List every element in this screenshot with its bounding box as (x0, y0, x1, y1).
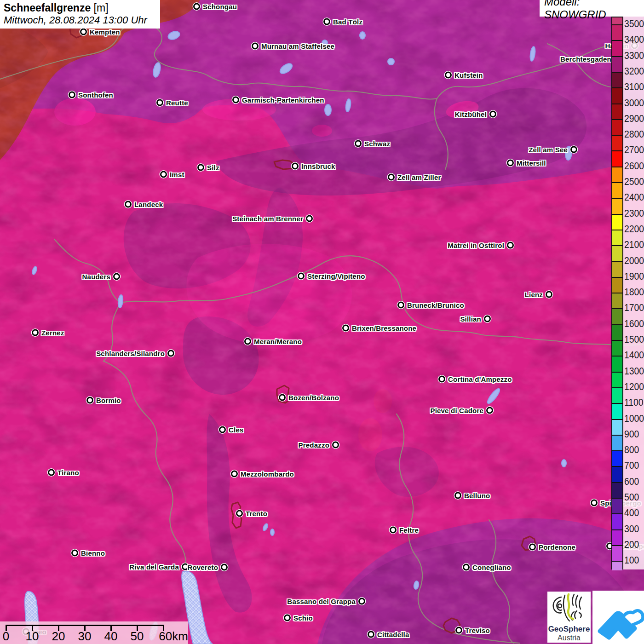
page-title: Schneefallgrenze [m] (4, 2, 156, 14)
colorbar-tick (612, 561, 622, 562)
colorbar-label: 1200 (624, 381, 644, 393)
colorbar-segment (612, 246, 622, 261)
colorbar-tick (612, 466, 622, 467)
scale-bar-label: 20 (52, 629, 65, 644)
terrain-shading-light (0, 0, 644, 644)
snowgrid-logo-box (592, 591, 644, 644)
colorbar-tick (612, 214, 622, 215)
colorbar-tick (612, 135, 622, 136)
colorbar-segment (612, 451, 622, 466)
colorbar-segment (612, 262, 622, 277)
colorbar-segment (612, 340, 622, 356)
colorbar-label: 1700 (624, 302, 644, 314)
colorbar-label: 300 (624, 523, 639, 535)
geosphere-logo-box: GeoSphere Austria (547, 592, 591, 643)
colorbar-tick (612, 529, 622, 530)
scale-bar-label: 60km (159, 629, 188, 644)
colorbar-segment (612, 309, 622, 324)
colorbar-segment (612, 403, 622, 419)
colorbar-tick (612, 230, 622, 230)
colorbar-label: 1300 (624, 365, 644, 377)
colorbar-label: 1900 (624, 270, 644, 282)
colorbar-label: 900 (624, 428, 639, 440)
valid-datetime: Mittwoch, 28.08.2024 13:00 Uhr (4, 14, 156, 26)
colorbar-segment (612, 135, 622, 151)
colorbar-label-panel: 3500340033003200310030002900280027002600… (623, 17, 644, 569)
geosphere-logo-text: GeoSphere (547, 625, 591, 634)
colorbar-label: 2400 (624, 191, 644, 203)
colorbar-tick (612, 387, 622, 388)
colorbar-tick (612, 450, 622, 451)
scale-bar-label: 0 (3, 629, 9, 644)
colorbar-segment (612, 388, 622, 403)
colorbar-label: 2200 (624, 223, 644, 235)
colorbar-tick (612, 245, 622, 246)
colorbar-segment (612, 40, 622, 56)
colorbar-label: 2300 (624, 207, 644, 219)
colorbar-segment (612, 546, 622, 561)
colorbar-segment (612, 151, 622, 167)
colorbar-segment (612, 466, 622, 482)
colorbar-label: 2600 (624, 160, 644, 172)
colorbar-tick (612, 498, 622, 499)
colorbar-label: 3000 (624, 97, 644, 109)
colorbar-label: 2700 (624, 144, 644, 156)
colorbar-tick (612, 87, 622, 88)
colorbar-segment (612, 420, 622, 435)
colorbar-segment (612, 167, 622, 183)
colorbar-label: 1400 (624, 349, 644, 361)
colorbar-segment (612, 72, 622, 88)
colorbar-tick (612, 261, 622, 262)
colorbar-segment (612, 88, 622, 104)
colorbar-tick (612, 308, 622, 309)
model-label: Modell: SNOWGRID (544, 0, 644, 21)
colorbar-tick (612, 40, 622, 41)
colorbar-label: 3300 (624, 50, 644, 62)
colorbar-tick (612, 293, 622, 293)
colorbar-label: 700 (624, 460, 639, 472)
colorbar-segment (612, 325, 622, 340)
colorbar-segment (612, 25, 622, 40)
colorbar-segment (612, 561, 622, 570)
colorbar-segment (612, 57, 622, 72)
colorbar-label: 2000 (624, 255, 644, 267)
colorbar-label: 3200 (624, 65, 644, 77)
colorbar-tick (612, 277, 622, 278)
colorbar-tick (612, 435, 622, 436)
scale-bar: 0102030405060km (0, 621, 188, 644)
colorbar-tick (612, 182, 622, 183)
colorbar-tick (612, 545, 622, 546)
colorbar-label: 2100 (624, 239, 644, 251)
colorbar-segment (612, 183, 622, 198)
colorbar-label: 2500 (624, 176, 644, 188)
colorbar-segment (612, 277, 622, 293)
colorbar-tick (612, 482, 622, 483)
colorbar-segment (612, 214, 622, 230)
colorbar-label: 2900 (624, 113, 644, 125)
colorbar-label: 1500 (624, 334, 644, 345)
colorbar-label: 3400 (624, 34, 644, 46)
colorbar (611, 17, 623, 569)
colorbar-tick (612, 198, 622, 199)
colorbar-segment (612, 198, 622, 214)
colorbar-segment (612, 372, 622, 388)
colorbar-tick (612, 403, 622, 404)
colorbar-tick (612, 150, 622, 151)
colorbar-tick (612, 56, 622, 57)
colorbar-segment (612, 498, 622, 514)
colorbar-label: 1100 (624, 397, 644, 408)
colorbar-label: 500 (624, 491, 639, 503)
colorbar-tick (612, 24, 622, 25)
colorbar-segment (612, 293, 622, 309)
scale-bar-label: 10 (26, 629, 39, 644)
title-unit: [m] (94, 2, 109, 14)
colorbar-tick (612, 104, 622, 104)
scale-bar-label: 30 (78, 629, 92, 644)
colorbar-segment (612, 104, 622, 120)
geosphere-logo-country: Austria (547, 634, 591, 642)
geosphere-logo-icon (547, 592, 591, 624)
colorbar-segment (612, 483, 622, 498)
map-canvas (0, 0, 644, 644)
colorbar-segment (612, 514, 622, 529)
scale-bar-label: 50 (131, 629, 144, 644)
